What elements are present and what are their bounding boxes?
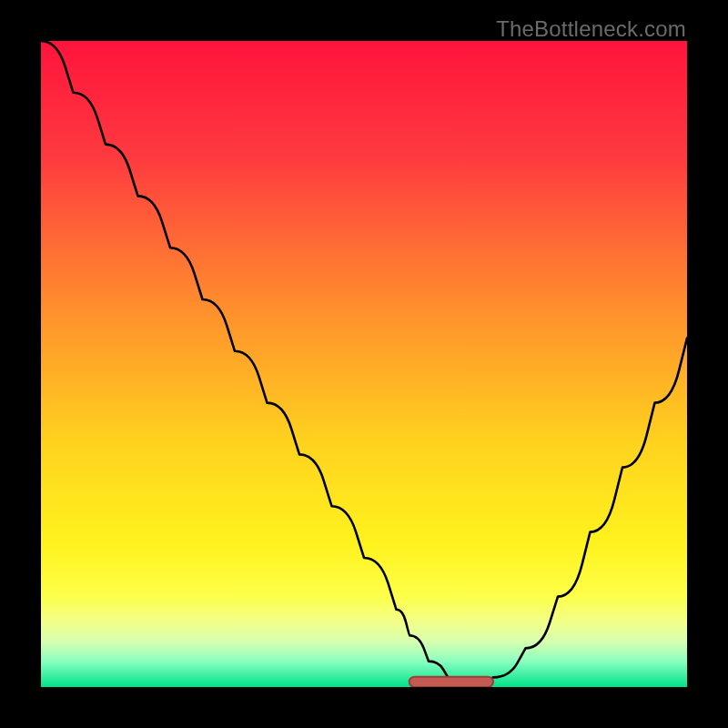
bottleneck-curve [41, 41, 687, 681]
minimum-plateau-marker [410, 677, 493, 687]
plot-area [41, 41, 687, 687]
chart-frame: TheBottleneck.com [0, 0, 728, 728]
watermark-text: TheBottleneck.com [496, 16, 686, 42]
chart-svg [41, 41, 687, 687]
